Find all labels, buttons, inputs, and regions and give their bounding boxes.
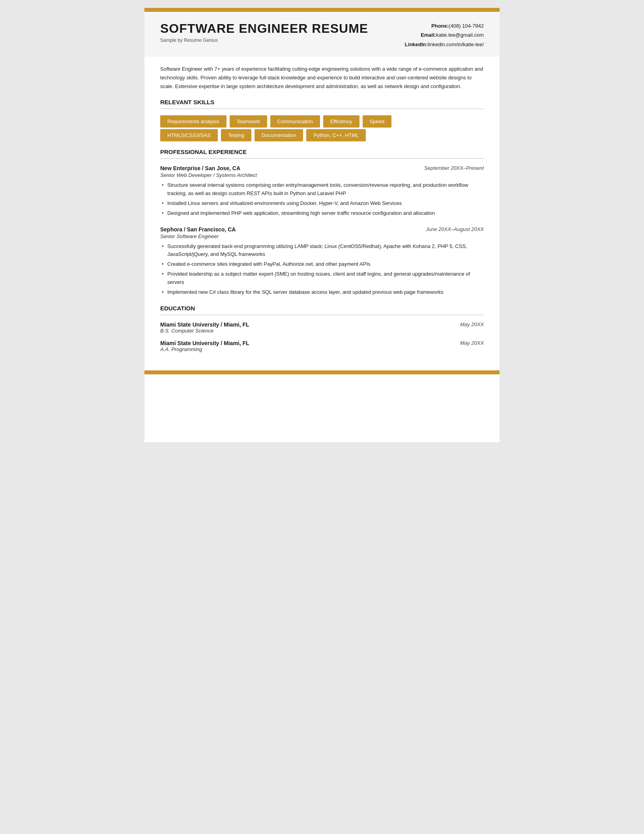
skill-badge: Teamwork	[230, 115, 267, 128]
exp-title-2: Senior Software Engineer	[160, 233, 484, 239]
header-contact: Phone:(408) 104-7942 Email:katie.lee@gma…	[405, 21, 484, 49]
skills-divider	[160, 109, 484, 109]
edu-left-2: Miami State University / Miami, FL A.A. …	[160, 340, 249, 352]
exp-company-1: New Enterprise / San Jose, CA	[160, 165, 240, 171]
education-entry-2: Miami State University / Miami, FL A.A. …	[160, 340, 484, 352]
exp-header-1: New Enterprise / San Jose, CA September …	[160, 165, 484, 171]
education-section-title: EDUCATION	[160, 305, 484, 312]
skill-badge: Requirements analysis	[160, 115, 227, 128]
skill-badge: Documentation	[255, 129, 303, 141]
education-entry-1: Miami State University / Miami, FL B.S. …	[160, 321, 484, 334]
edu-school-1: Miami State University / Miami, FL	[160, 321, 249, 328]
exp-bullets-1: Structure several internal systems compr…	[160, 181, 484, 217]
exp-company-2: Sephora / San Francisco, CA	[160, 226, 236, 233]
header-section: SOFTWARE ENGINEER RESUME Sample by Resum…	[144, 12, 500, 57]
summary-text: Software Engineer with 7+ years of exper…	[160, 65, 484, 91]
phone-value: (408) 104-7942	[449, 23, 484, 29]
phone-line: Phone:(408) 104-7942	[405, 21, 484, 30]
top-decorative-bar	[144, 8, 500, 12]
experience-divider	[160, 158, 484, 159]
edu-date-2: May 20XX	[460, 340, 484, 346]
bullet-item: Provided leadership as a subject matter …	[160, 270, 484, 287]
email-label: Email:	[421, 32, 436, 38]
bullet-item: Implemented new C# class library for the…	[160, 288, 484, 297]
edu-left-1: Miami State University / Miami, FL B.S. …	[160, 321, 249, 334]
email-value: katie.lee@gmail.com	[436, 32, 484, 38]
resume-subtitle: Sample by Resume Genius	[160, 38, 368, 43]
bullet-item: Designed and implemented PHP web applica…	[160, 209, 484, 218]
skill-badge: Efficiency	[323, 115, 359, 128]
resume-page: SOFTWARE ENGINEER RESUME Sample by Resum…	[144, 8, 500, 442]
bullet-item: Successfully generated back-end programm…	[160, 242, 484, 259]
linkedin-value: linkedin.com/in/katie-lee/	[428, 41, 484, 47]
skill-badge: Speed	[363, 115, 392, 128]
skills-section-title: RELEVANT SKILLS	[160, 99, 484, 105]
exp-header-2: Sephora / San Francisco, CA June 20XX–Au…	[160, 226, 484, 233]
bullet-item: Created e-commerce sites integrated with…	[160, 260, 484, 269]
exp-date-1: September 20XX–Present	[424, 165, 484, 171]
edu-date-1: May 20XX	[460, 321, 484, 327]
experience-entry-2: Sephora / San Francisco, CA June 20XX–Au…	[160, 226, 484, 297]
resume-title: SOFTWARE ENGINEER RESUME	[160, 21, 368, 36]
email-line: Email:katie.lee@gmail.com	[405, 30, 484, 39]
bullet-item: Installed Linux servers and virtualized …	[160, 199, 484, 208]
main-content: Software Engineer with 7+ years of exper…	[144, 57, 500, 370]
bullet-item: Structure several internal systems compr…	[160, 181, 484, 198]
phone-label: Phone:	[431, 23, 449, 29]
skill-badge: Python, C++, HTML	[306, 129, 366, 141]
exp-date-2: June 20XX–August 20XX	[426, 226, 484, 232]
skills-row-1: Requirements analysis Teamwork Communica…	[160, 115, 484, 128]
edu-school-2: Miami State University / Miami, FL	[160, 340, 249, 346]
exp-bullets-2: Successfully generated back-end programm…	[160, 242, 484, 297]
experience-entry-1: New Enterprise / San Jose, CA September …	[160, 165, 484, 217]
linkedin-line: LinkedIn:linkedin.com/in/katie-lee/	[405, 40, 484, 49]
experience-section-title: PROFESSIONAL EXPERIENCE	[160, 148, 484, 155]
education-divider	[160, 315, 484, 315]
exp-title-1: Senior Web Developer / Systems Architect	[160, 172, 484, 178]
linkedin-label: LinkedIn:	[405, 41, 428, 47]
bottom-decorative-bar	[144, 370, 500, 374]
edu-degree-1: B.S. Computer Science	[160, 328, 249, 334]
edu-degree-2: A.A. Programming	[160, 346, 249, 352]
skill-badge: HTML5/CSS3/SAS	[160, 129, 218, 141]
skills-row-2: HTML5/CSS3/SAS Testing Documentation Pyt…	[160, 129, 484, 141]
skill-badge: Communication	[270, 115, 320, 128]
header-left: SOFTWARE ENGINEER RESUME Sample by Resum…	[160, 21, 368, 43]
skill-badge: Testing	[221, 129, 251, 141]
